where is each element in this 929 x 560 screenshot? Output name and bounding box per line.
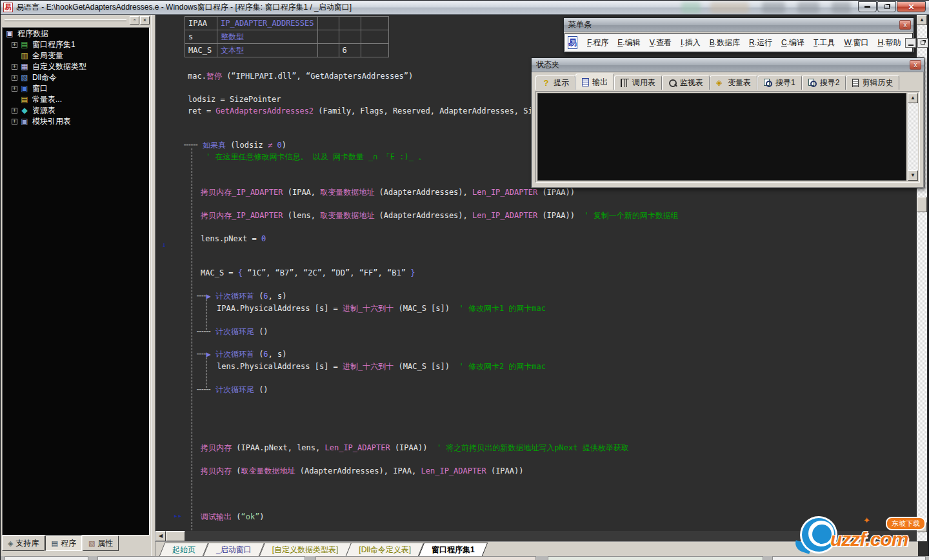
mdi-minimize-button[interactable] bbox=[905, 38, 916, 48]
variable-cell[interactable] bbox=[339, 17, 361, 30]
variable-cell[interactable] bbox=[361, 17, 388, 30]
status-tab-提示[interactable]: ?提示 bbox=[535, 75, 575, 90]
code-line[interactable]: mac.暂停 (“IPHLPAPI.dll”, “GetAdaptersAddr… bbox=[188, 72, 413, 81]
expand-plus-icon[interactable]: + bbox=[12, 64, 17, 70]
output-scroll-down-button[interactable]: ▼ bbox=[908, 170, 918, 181]
doc-tab-[自定义数据类型表][interactable]: [自定义数据类型表] bbox=[262, 543, 349, 556]
code-line[interactable]: 拷贝内存 (IPAA.pNext, lens, Len_IP_ADAPTER (… bbox=[201, 443, 629, 452]
status-tab-搜寻1[interactable]: 搜寻1 bbox=[757, 75, 802, 90]
doc-tab-起始页[interactable]: 起始页 bbox=[162, 543, 206, 556]
status-tab-输出[interactable]: 输出 bbox=[575, 74, 614, 90]
tree-item-Dll命令[interactable]: +▧Dll命令 bbox=[12, 72, 149, 83]
menu-编译[interactable]: C.编译 bbox=[781, 37, 804, 48]
mdi-restore-button[interactable] bbox=[917, 38, 928, 48]
doc-tab-[Dll命令定义表][interactable]: [Dll命令定义表] bbox=[348, 543, 421, 556]
horizontal-scroll-thumb[interactable] bbox=[166, 531, 185, 541]
tree-root-program-data[interactable]: ▣程序数据 bbox=[5, 28, 149, 39]
status-window-close-button[interactable]: x bbox=[910, 60, 921, 70]
panel-splitter[interactable] bbox=[151, 15, 155, 556]
tree-item-模块引用表[interactable]: +▣模块引用表 bbox=[12, 116, 149, 126]
panel-close-button[interactable]: × bbox=[140, 16, 150, 25]
tree-item-全局变量[interactable]: ▥全局变量 bbox=[12, 50, 149, 61]
menu-程序[interactable]: F.程序 bbox=[587, 37, 608, 48]
scroll-up-button[interactable]: ▲ bbox=[917, 15, 927, 25]
status-tab-变量表[interactable]: ◈变量表 bbox=[710, 75, 757, 90]
tree-item-常量表...[interactable]: ▤常量表... bbox=[12, 94, 149, 105]
restore-button[interactable] bbox=[877, 1, 896, 12]
code-line[interactable]: IPAA.PhysicalAddress [s] = 进制_十六到十 (MAC_… bbox=[217, 304, 546, 313]
status-tab-搜寻2[interactable]: 搜寻2 bbox=[802, 75, 846, 90]
output-scrollbar[interactable]: ▲ ▼ bbox=[908, 93, 918, 181]
status-tab-剪辑历史[interactable]: 剪辑历史 bbox=[846, 75, 899, 90]
menu-工具[interactable]: T.工具 bbox=[814, 37, 835, 48]
code-line[interactable]: ╌╌▶ 计次循环首 (6, s) bbox=[197, 292, 287, 301]
variable-cell[interactable] bbox=[361, 30, 388, 44]
code-line[interactable]: ' 在这里任意修改网卡信息。 以及 网卡数量 _∩ 「E :)_ 。 bbox=[206, 152, 426, 161]
panel-maximize-button[interactable]: ▫ bbox=[130, 16, 139, 25]
menu-编辑[interactable]: E.编辑 bbox=[617, 37, 640, 48]
menu-插入[interactable]: I.插入 bbox=[681, 37, 701, 48]
uzzf-site-text: uzzf.com bbox=[830, 528, 908, 550]
menu-查看[interactable]: V.查看 bbox=[650, 37, 672, 48]
variable-cell[interactable] bbox=[339, 30, 361, 44]
variable-cell[interactable] bbox=[317, 30, 339, 44]
variable-cell[interactable]: 6 bbox=[339, 44, 361, 57]
menu-数据库[interactable]: B.数据库 bbox=[710, 37, 740, 48]
code-line[interactable]: 拷贝内存_IP_ADAPTER (lens, 取变量数据地址 (AdapterA… bbox=[201, 211, 679, 220]
code-line[interactable]: 调试输出 (“ok”) bbox=[201, 512, 265, 521]
status-tab-监视表[interactable]: 监视表 bbox=[662, 75, 710, 90]
scroll-left-button[interactable]: ◀ bbox=[155, 531, 166, 541]
menu-窗口[interactable]: W.窗口 bbox=[844, 37, 868, 48]
variable-row-MAC_S[interactable]: MAC_S文本型6 bbox=[185, 44, 389, 57]
code-line[interactable]: 拷贝内存_IP_ADAPTER (IPAA, 取变量数据地址 (AdapterA… bbox=[201, 188, 575, 197]
tree-item-窗口程序集1[interactable]: +▤窗口程序集1 bbox=[12, 39, 149, 50]
code-line[interactable]: 拷贝内存 (取变量数据地址 (AdapterAddresses), IPAA, … bbox=[201, 466, 523, 475]
panel-grip[interactable] bbox=[5, 19, 126, 21]
vertical-scroll-thumb[interactable] bbox=[917, 197, 927, 212]
variable-cell[interactable]: 整数型 bbox=[217, 30, 318, 44]
code-line[interactable]: ╌╌╌ 如果真 (lodsiz ≠ 0) bbox=[184, 141, 286, 150]
variable-row-IPAA[interactable]: IPAAIP_ADAPTER_ADDRESSES bbox=[185, 17, 389, 30]
expand-plus-icon[interactable]: + bbox=[12, 108, 17, 114]
variable-cell[interactable]: 文本型 bbox=[217, 44, 318, 57]
status-window-titlebar[interactable]: 状态夹 x bbox=[532, 58, 924, 72]
minimize-button[interactable] bbox=[858, 1, 877, 12]
code-line[interactable]: lens.pNext = 0 bbox=[201, 234, 266, 243]
variable-cell[interactable] bbox=[361, 44, 388, 57]
code-line[interactable]: ╌╌╌ 计次循环尾 () bbox=[197, 385, 268, 394]
expand-plus-icon[interactable]: + bbox=[12, 119, 17, 125]
tree-item-窗口[interactable]: +▣窗口 bbox=[12, 83, 149, 94]
doc-tab-窗口程序集1[interactable]: 窗口程序集1 bbox=[421, 543, 485, 556]
variable-cell[interactable]: MAC_S bbox=[185, 44, 217, 57]
menu-帮助[interactable]: H.帮助 bbox=[877, 37, 901, 48]
code-line[interactable]: ╌╌▶ 计次循环首 (6, s) bbox=[197, 350, 287, 359]
code-line[interactable]: MAC_S = { “1C”, “B7”, “2C”, “DD”, “FF”, … bbox=[201, 268, 415, 277]
variable-cell[interactable] bbox=[317, 17, 339, 30]
menu-运行[interactable]: R.运行 bbox=[749, 37, 772, 48]
local-variable-table[interactable]: IPAAIP_ADAPTER_ADDRESSESs整数型MAC_S文本型6 bbox=[185, 16, 389, 57]
expand-plus-icon[interactable]: + bbox=[12, 86, 17, 92]
tree-item-自定义数据类型[interactable]: +▦自定义数据类型 bbox=[12, 61, 149, 72]
variable-row-s[interactable]: s整数型 bbox=[185, 30, 389, 44]
variable-cell[interactable]: IP_ADAPTER_ADDRESSES bbox=[217, 17, 318, 30]
status-tab-调用表[interactable]: 调用表 bbox=[614, 75, 662, 90]
sidebar-tab-支持库[interactable]: ◈支持库 bbox=[2, 535, 45, 551]
tree-item-资源表[interactable]: +◆资源表 bbox=[12, 105, 149, 115]
variable-cell[interactable] bbox=[317, 44, 339, 57]
expand-plus-icon[interactable]: + bbox=[12, 75, 17, 81]
menubar-window-close-button[interactable]: x bbox=[899, 20, 911, 30]
code-segment: 计次循环尾 bbox=[215, 327, 254, 336]
code-line[interactable]: ret = GetAdaptersAddresses2 (Family, Fla… bbox=[188, 106, 579, 115]
variable-cell[interactable]: IPAA bbox=[185, 17, 217, 30]
sidebar-tab-属性[interactable]: ▧属性 bbox=[83, 535, 119, 551]
code-line[interactable]: ╌╌╌ 计次循环尾 () bbox=[197, 327, 268, 336]
menubar-window-titlebar[interactable]: 菜单条 x bbox=[564, 18, 914, 32]
close-button[interactable]: ✕ bbox=[897, 1, 926, 12]
variable-cell[interactable]: s bbox=[185, 30, 217, 44]
code-line[interactable]: lens.PhysicalAddress [s] = 进制_十六到十 (MAC_… bbox=[217, 362, 546, 371]
code-line[interactable]: lodsiz = SizePointer bbox=[188, 95, 281, 104]
sidebar-tab-程序[interactable]: ▤程序 bbox=[45, 535, 81, 551]
doc-tab-_启动窗口[interactable]: _启动窗口 bbox=[206, 543, 262, 556]
output-scroll-up-button[interactable]: ▲ bbox=[908, 93, 918, 103]
expand-plus-icon[interactable]: + bbox=[12, 42, 17, 48]
